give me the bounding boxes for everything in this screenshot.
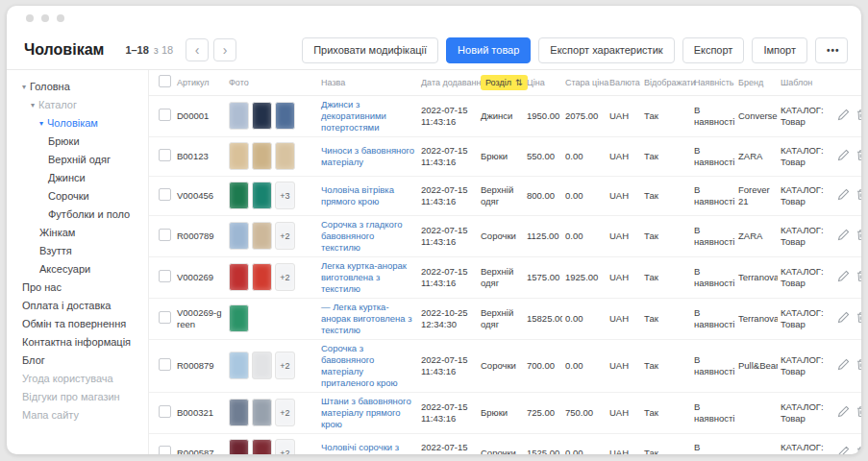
row-checkbox[interactable] (159, 149, 171, 161)
edit-button[interactable] (834, 186, 853, 206)
sidebar-item[interactable]: Блог (7, 352, 148, 370)
row-checkbox[interactable] (159, 270, 171, 282)
pagination-next-button[interactable]: › (213, 38, 236, 61)
photo-thumbnails (229, 142, 315, 170)
delete-button[interactable] (853, 227, 861, 246)
sidebar-item[interactable]: Жінкам (7, 224, 148, 242)
select-all-checkbox[interactable] (159, 75, 171, 87)
delete-button[interactable] (853, 147, 861, 166)
window-control-dot[interactable] (41, 14, 49, 22)
export-characteristics-button[interactable]: Експорт характеристик (538, 37, 674, 63)
sidebar-item[interactable]: ▾Головна (7, 78, 148, 96)
product-photo (252, 182, 272, 209)
more-photos-badge: +2 (275, 263, 295, 291)
old-price: 0.00 (565, 151, 583, 161)
row-checkbox[interactable] (159, 229, 171, 241)
delete-button[interactable] (853, 309, 861, 328)
product-name-link[interactable]: — Легка куртка-анорак виготовлена з текс… (321, 302, 412, 335)
column-header[interactable]: Шаблон (778, 70, 831, 95)
edit-button[interactable] (834, 107, 853, 126)
currency: UAH (609, 190, 629, 201)
sidebar-item-label: Джинси (48, 172, 86, 183)
pagination-prev-button[interactable]: ‹ (186, 38, 209, 61)
column-header[interactable]: Відображати (641, 70, 691, 95)
more-photos-badge: +3 (275, 182, 295, 209)
sidebar-item[interactable]: Брюки (7, 133, 148, 151)
chevron-down-icon: ▾ (22, 83, 26, 91)
new-product-button[interactable]: Новий товар (446, 37, 531, 63)
row-checkbox[interactable] (159, 446, 171, 455)
section: Брюки (481, 151, 508, 161)
product-name-link[interactable]: Чоловіча вітрівка прямого крою (321, 184, 394, 206)
sidebar-item[interactable]: ▾Чоловікам (7, 114, 148, 133)
product-name-link[interactable]: Джинси з декоративними потертостями (321, 99, 386, 133)
product-name-link[interactable]: Сорочка з гладкого бавовняного текстилю (321, 219, 402, 253)
row-checkbox[interactable] (159, 109, 171, 121)
column-header-label: Наявність (694, 78, 733, 87)
availability: В наявності (694, 105, 734, 127)
delete-button[interactable] (853, 403, 861, 423)
column-header[interactable]: Дата додавання (418, 70, 478, 95)
column-header[interactable]: Валюта (607, 70, 641, 95)
product-name-link[interactable]: Чиноси з бавовняного матеріалу (321, 145, 414, 167)
column-header[interactable]: Бренд (735, 70, 778, 95)
product-name-link[interactable]: Чоловічі сорочки з легкого текстилю (321, 442, 399, 455)
sidebar-item[interactable]: Відгуки про магазин (7, 388, 148, 406)
edit-button[interactable] (834, 444, 853, 455)
window-control-dot[interactable] (26, 14, 34, 22)
edit-button[interactable] (834, 268, 853, 287)
edit-button[interactable] (834, 356, 853, 376)
price: 1950.00 (527, 110, 559, 121)
row-checkbox[interactable] (159, 358, 171, 371)
sidebar-item[interactable]: Джинси (7, 169, 148, 187)
sidebar-item[interactable]: Про нас (7, 279, 148, 297)
delete-button[interactable] (853, 356, 861, 376)
product-photo (229, 352, 249, 379)
table-row: V000269-green— Легка куртка-анорак вигот… (149, 298, 861, 339)
sidebar-item[interactable]: Верхній одяг (7, 151, 148, 169)
product-photo (252, 222, 272, 250)
delete-button[interactable] (853, 444, 861, 455)
column-header[interactable]: Стара ціна (562, 70, 607, 95)
delete-button[interactable] (853, 186, 861, 206)
table-row: V000456+3Чоловіча вітрівка прямого крою2… (149, 176, 861, 215)
sidebar-item[interactable]: Аксесуари (7, 260, 148, 279)
edit-button[interactable] (834, 227, 853, 246)
column-header[interactable]: Ціна (524, 70, 562, 95)
product-name-link[interactable]: Сорочка з бавовняного матеріалу притален… (321, 343, 398, 388)
column-header[interactable]: Розділ⇅ (478, 70, 524, 95)
sidebar-item[interactable]: Оплата і доставка (7, 297, 148, 315)
currency: UAH (609, 272, 629, 282)
sidebar-item[interactable]: Сорочки (7, 187, 148, 206)
row-checkbox[interactable] (159, 188, 171, 201)
more-photos-badge: +2 (275, 399, 295, 426)
sidebar-item[interactable]: Мапа сайту (7, 406, 148, 425)
export-button[interactable]: Експорт (682, 37, 745, 63)
product-name-link[interactable]: Легка куртка-анорак виготовлена з тексти… (321, 260, 407, 294)
delete-button[interactable] (853, 107, 861, 126)
edit-button[interactable] (834, 309, 853, 328)
import-button[interactable]: Імпорт (752, 37, 807, 63)
column-header[interactable]: Наявність (691, 70, 735, 95)
delete-button[interactable] (853, 268, 861, 287)
sidebar-item[interactable]: Угода користувача (7, 370, 148, 388)
row-checkbox[interactable] (159, 405, 171, 418)
edit-button[interactable] (834, 147, 853, 166)
row-checkbox[interactable] (159, 311, 171, 324)
hide-modifications-button[interactable]: Приховати модифікації (302, 37, 438, 63)
sidebar-item[interactable]: Контактна інформація (7, 333, 148, 352)
column-header[interactable]: Назва (318, 70, 418, 95)
sidebar-item-label: Чоловікам (47, 117, 98, 129)
sidebar-item[interactable]: Обмін та повернення (7, 315, 148, 333)
window-control-dot[interactable] (57, 14, 64, 22)
more-actions-button[interactable]: ••• (815, 37, 848, 63)
column-header[interactable]: Фото (226, 70, 318, 95)
sidebar-item[interactable]: ▾Каталог (7, 96, 148, 114)
edit-button[interactable] (834, 403, 853, 423)
sidebar-item[interactable]: Взуття (7, 242, 148, 260)
product-photo (229, 222, 249, 250)
more-photos-badge: +2 (275, 352, 295, 379)
sidebar-item[interactable]: Футболки и поло (7, 206, 148, 224)
product-name-link[interactable]: Штани з бавовняного матеріалу прямого кр… (321, 396, 411, 429)
column-header[interactable]: Артикул (174, 70, 226, 95)
